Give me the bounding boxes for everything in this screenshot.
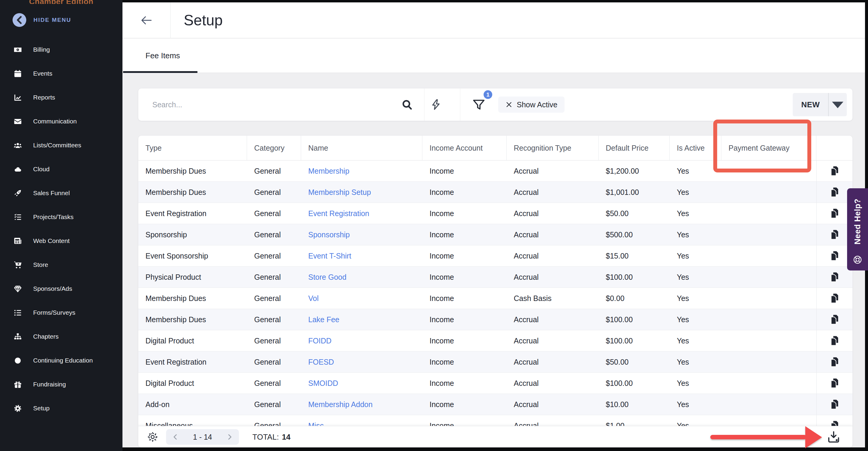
show-active-filter-chip[interactable]: Show Active — [498, 96, 564, 113]
cell-recognition-type: Accrual — [506, 267, 598, 288]
fee-item-link[interactable]: Event Registration — [308, 209, 369, 218]
fee-item-link[interactable]: Store Good — [308, 273, 346, 281]
search-icon[interactable] — [401, 99, 413, 111]
copy-icon[interactable] — [830, 293, 840, 303]
chevron-left-page-icon[interactable] — [172, 433, 179, 441]
sidebar-item-fundraising[interactable]: Fundraising — [0, 372, 122, 396]
column-header-category[interactable]: Category — [247, 136, 301, 160]
cell-type: Event Sponsorship — [138, 245, 247, 266]
store-icon — [14, 261, 22, 269]
cell-name: Membership Addon — [301, 394, 422, 415]
copy-icon[interactable] — [830, 187, 840, 197]
chevron-right-page-icon[interactable] — [226, 433, 234, 441]
sidebar-item-label: Lists/Committees — [33, 142, 81, 149]
cell-name: Sponsorship — [301, 224, 422, 245]
copy-icon[interactable] — [830, 272, 840, 282]
cell-payment-gateway — [721, 394, 816, 415]
copy-icon[interactable] — [830, 314, 840, 325]
copy-icon[interactable] — [830, 399, 840, 410]
fee-item-link[interactable]: Event T-Shirt — [308, 252, 351, 260]
sidebar-item-projects-tasks[interactable]: Projects/Tasks — [0, 205, 122, 229]
sidebar-item-lists-committees[interactable]: Lists/Committees — [0, 133, 122, 157]
sidebar-item-label: Sales Funnel — [33, 189, 70, 197]
table-header-row: Type Category Name Income Account Recogn… — [138, 136, 852, 160]
cell-is-active: Yes — [670, 288, 721, 309]
cell-default-price: $50.00 — [598, 203, 670, 224]
sidebar-item-label: Setup — [33, 405, 50, 412]
sidebar-item-forms-surveys[interactable]: Forms/Surveys — [0, 301, 122, 325]
cell-type: Event Registration — [138, 203, 247, 224]
hide-menu-button[interactable]: HIDE MENU — [12, 13, 71, 27]
sidebar-item-billing[interactable]: Billing — [0, 38, 122, 62]
fee-item-link[interactable]: Lake Fee — [308, 315, 339, 324]
cell-income-account: Income — [422, 182, 506, 203]
copy-icon[interactable] — [830, 378, 840, 388]
new-dropdown-button[interactable] — [829, 93, 847, 116]
search-input[interactable] — [138, 88, 424, 121]
funnel-icon[interactable] — [472, 98, 486, 112]
sidebar-item-continuing-education[interactable]: Continuing Education — [0, 349, 122, 372]
cell-default-price: $1,200.00 — [598, 160, 670, 181]
cell-name: Event T-Shirt — [301, 245, 422, 266]
cell-is-active: Yes — [670, 330, 721, 351]
total-label: TOTAL: — [252, 432, 279, 442]
sidebar-item-chapters[interactable]: Chapters — [0, 325, 122, 349]
column-header-is-active[interactable]: Is Active — [670, 136, 721, 160]
table-row: Event Sponsorship General Event T-Shirt … — [138, 245, 852, 267]
x-icon[interactable] — [505, 101, 513, 108]
cell-default-price: $10.00 — [598, 394, 670, 415]
fee-item-link[interactable]: Vol — [308, 294, 319, 303]
column-header-payment-gateway[interactable]: Payment Gateway — [721, 136, 816, 160]
sidebar-item-communication[interactable]: Communication — [0, 110, 122, 133]
fee-item-link[interactable]: Membership — [308, 167, 349, 175]
collapse-circle[interactable] — [12, 13, 26, 27]
cell-is-active: Yes — [670, 182, 721, 203]
column-header-recognition-type[interactable]: Recognition Type — [506, 136, 598, 160]
fee-item-link[interactable]: Membership Setup — [308, 188, 371, 197]
cell-income-account: Income — [422, 352, 506, 372]
new-button[interactable]: NEW — [793, 93, 829, 116]
copy-icon[interactable] — [830, 336, 840, 346]
bolt-icon[interactable] — [430, 99, 442, 111]
fee-item-link[interactable]: Sponsorship — [308, 231, 350, 239]
cell-income-account: Income — [422, 330, 506, 351]
cell-recognition-type: Cash Basis — [506, 288, 598, 309]
cell-income-account: Income — [422, 309, 506, 330]
column-header-name[interactable]: Name — [301, 136, 422, 160]
sidebar-item-setup[interactable]: Setup — [0, 396, 122, 420]
column-header-default-price[interactable]: Default Price — [598, 136, 670, 160]
copy-icon[interactable] — [830, 230, 840, 240]
cell-is-active: Yes — [670, 373, 721, 394]
fee-item-link[interactable]: FOIDD — [308, 336, 332, 345]
reports-icon — [14, 94, 22, 101]
sidebar-item-sponsors-ads[interactable]: Sponsors/Ads — [0, 277, 122, 301]
column-header-income-account[interactable]: Income Account — [422, 136, 506, 160]
copy-icon[interactable] — [830, 208, 840, 218]
sidebar-item-cloud[interactable]: Cloud — [0, 157, 122, 181]
table-row: Event Registration General FOESD Income … — [138, 352, 852, 373]
sidebar-item-events[interactable]: Events — [0, 62, 122, 86]
column-header-type[interactable]: Type — [138, 136, 247, 160]
copy-icon[interactable] — [830, 251, 840, 261]
cell-category: General — [247, 160, 301, 181]
copy-icon[interactable] — [830, 357, 840, 367]
copy-icon[interactable] — [830, 166, 840, 176]
cell-name: Vol — [301, 288, 422, 309]
cell-income-account: Income — [422, 267, 506, 288]
sidebar-item-sales-funnel[interactable]: Sales Funnel — [0, 181, 122, 205]
cell-default-price: $15.00 — [598, 245, 670, 266]
gear-icon[interactable] — [147, 431, 159, 443]
back-button[interactable] — [139, 13, 154, 28]
main-area: Setup Fee Items 1 Show Active — [122, 2, 865, 447]
fee-item-link[interactable]: Membership Addon — [308, 400, 372, 409]
tab-fee-items[interactable]: Fee Items — [123, 38, 197, 72]
cell-is-active: Yes — [670, 245, 721, 266]
fee-item-link[interactable]: FOESD — [308, 358, 334, 366]
fee-item-link[interactable]: SMOIDD — [308, 379, 338, 388]
sidebar-item-store[interactable]: Store — [0, 253, 122, 277]
sidebar-item-web-content[interactable]: Web Content — [0, 229, 122, 253]
download-icon[interactable] — [827, 430, 840, 444]
need-help-tab[interactable]: Need Help? — [847, 188, 868, 270]
header-divider — [170, 2, 170, 38]
sidebar-item-reports[interactable]: Reports — [0, 86, 122, 110]
